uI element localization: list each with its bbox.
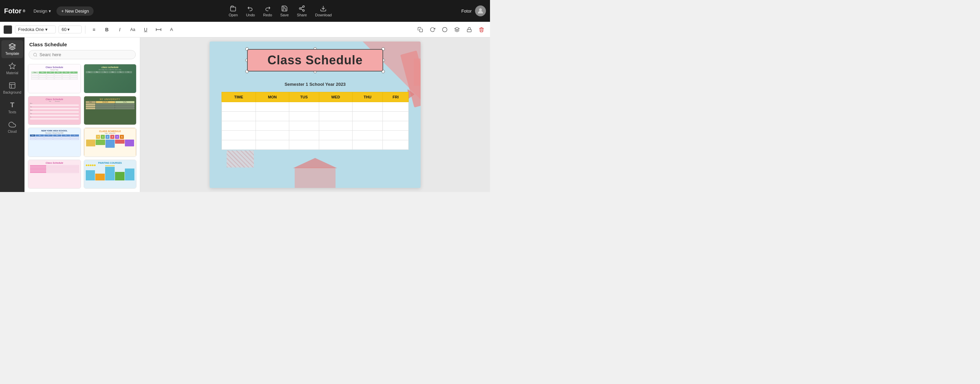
- svg-point-3: [303, 10, 305, 11]
- copy-button[interactable]: [415, 24, 425, 35]
- canvas-title-box[interactable]: Class Schedule: [247, 49, 383, 72]
- sidebar-item-template[interactable]: Template: [2, 40, 23, 58]
- undo-icon: [247, 5, 254, 12]
- refresh-button[interactable]: [427, 24, 438, 35]
- sidebar-item-material[interactable]: Material: [2, 60, 23, 78]
- col-time: TIME: [222, 92, 256, 102]
- svg-marker-15: [9, 43, 15, 47]
- canvas-table-wrapper: TIME MON TUS WED THU FRI: [221, 92, 409, 150]
- canvas-schedule-table: TIME MON TUS WED THU FRI: [221, 92, 409, 150]
- svg-rect-11: [420, 29, 423, 32]
- nav-tools: Open Undo Redo Save Share Download: [102, 5, 458, 17]
- table-row: [222, 131, 409, 140]
- sidebar-item-background[interactable]: Background: [2, 79, 23, 97]
- font-color-swatch[interactable]: [3, 25, 12, 34]
- col-tue: TUS: [289, 92, 319, 102]
- redo-tool[interactable]: Redo: [263, 5, 272, 17]
- font-size-alt-tool[interactable]: Aa: [127, 24, 138, 35]
- col-fri: FRI: [383, 92, 409, 102]
- table-row: [222, 102, 409, 112]
- search-input[interactable]: [40, 52, 131, 57]
- sidebar-item-cloud[interactable]: Cloud: [2, 118, 23, 136]
- template-panel: Class Schedule Class Schedule School Yea…: [24, 37, 140, 192]
- italic-tool[interactable]: I: [115, 24, 125, 35]
- svg-point-12: [442, 27, 447, 32]
- canvas-subtitle: Semester 1 School Year 2023: [285, 82, 346, 87]
- design-dropdown[interactable]: Design ▾: [30, 7, 53, 15]
- save-icon: [281, 5, 288, 12]
- underline-tool[interactable]: U: [140, 24, 151, 35]
- table-row: [222, 121, 409, 131]
- deco-building: [295, 167, 336, 188]
- deco-roof: [293, 158, 337, 168]
- logo-superscript: ®: [23, 9, 25, 13]
- panel-title: Class Schedule: [24, 37, 140, 50]
- chevron-down-icon: ▾: [67, 27, 70, 32]
- deco-side-right: [414, 59, 421, 86]
- table-row: [222, 140, 409, 150]
- canvas-title-text: Class Schedule: [267, 53, 363, 67]
- chevron-down-icon: ▾: [49, 8, 51, 14]
- template-card-1[interactable]: Class Schedule School Year Time Mon Tue …: [28, 64, 81, 93]
- sidebar-icons: Template Material Background T Texts Clo…: [0, 37, 24, 192]
- svg-line-19: [36, 56, 37, 56]
- align-tool[interactable]: ≡: [89, 24, 99, 35]
- save-tool[interactable]: Save: [280, 5, 289, 17]
- deco-striped-box: [227, 150, 254, 167]
- open-tool[interactable]: Open: [229, 5, 238, 17]
- letter-spacing-tool[interactable]: [153, 24, 164, 35]
- avatar: [475, 5, 486, 16]
- col-thu: THU: [352, 92, 382, 102]
- col-wed: WED: [319, 92, 352, 102]
- layers-button[interactable]: [452, 24, 462, 35]
- search-box[interactable]: [29, 50, 136, 59]
- download-tool[interactable]: Download: [315, 5, 332, 17]
- font-size-input[interactable]: 60 ▾: [59, 25, 82, 33]
- text-toolbar: Fredoka One ▾ 60 ▾ ≡ B I Aa U A: [0, 22, 490, 37]
- open-icon: [230, 5, 237, 12]
- cloud-icon: [8, 121, 16, 128]
- svg-rect-17: [10, 83, 15, 89]
- svg-point-2: [299, 8, 301, 9]
- template-card-6[interactable]: CLASS SCHEDULE YEAR SEMESTER T 1 2 3 4 5: [84, 127, 137, 157]
- template-card-5[interactable]: NEW YORK HIGH SCHOOL Semester 1 School Y…: [28, 127, 81, 157]
- background-icon: [8, 82, 16, 89]
- title-selection-box[interactable]: Class Schedule: [247, 49, 383, 72]
- template-card-4[interactable]: NY UNIVERSITY Week Mon/Wed/Fri Tue/Thu: [84, 96, 137, 125]
- templates-grid: Class Schedule School Year Time Mon Tue …: [24, 63, 140, 192]
- canvas-area[interactable]: Class Schedule Semester 1 School Year 20…: [140, 37, 490, 192]
- sidebar-item-texts[interactable]: T Texts: [2, 99, 23, 117]
- lock-button[interactable]: [464, 24, 474, 35]
- template-card-3[interactable]: Class Schedule Year Semester Mon Tue Wed…: [28, 96, 81, 125]
- bold-tool[interactable]: B: [102, 24, 112, 35]
- case-tool[interactable]: A: [166, 24, 177, 35]
- main-area: Template Material Background T Texts Clo…: [0, 37, 490, 192]
- download-icon: [320, 5, 327, 12]
- toolbar-right: [415, 24, 487, 35]
- svg-marker-13: [455, 27, 459, 30]
- text-icon: T: [10, 101, 14, 109]
- share-icon: [298, 5, 305, 12]
- svg-point-1: [303, 5, 305, 7]
- deco-arrow-right: [408, 89, 414, 99]
- col-mon: MON: [256, 92, 289, 102]
- share-tool[interactable]: Share: [297, 5, 307, 17]
- undo-tool[interactable]: Undo: [246, 5, 255, 17]
- redo-icon: [264, 5, 271, 12]
- chevron-down-icon: ▾: [45, 27, 48, 32]
- svg-line-5: [301, 7, 303, 8]
- circle-button[interactable]: [440, 24, 450, 35]
- separator: [85, 25, 86, 34]
- table-row: [222, 112, 409, 121]
- new-design-button[interactable]: + New Design: [56, 6, 94, 16]
- svg-line-4: [301, 9, 303, 10]
- delete-button[interactable]: [476, 24, 487, 35]
- logo-text: fotor: [4, 7, 21, 15]
- template-card-2[interactable]: class schedule Not today doe.s make the …: [84, 64, 137, 93]
- search-icon: [33, 53, 37, 57]
- svg-point-7: [479, 8, 482, 11]
- svg-rect-14: [467, 29, 471, 32]
- template-card-7[interactable]: Class Schedule: [28, 160, 81, 189]
- template-card-8[interactable]: PAINTING COURSES: [84, 160, 137, 189]
- font-name-dropdown[interactable]: Fredoka One ▾: [15, 25, 56, 33]
